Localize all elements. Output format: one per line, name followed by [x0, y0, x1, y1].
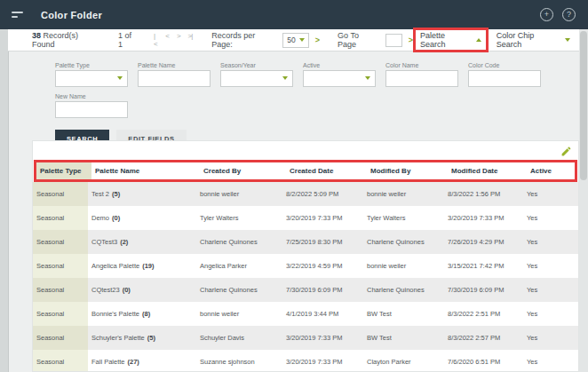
palette-search-label: Palette Search: [420, 31, 472, 49]
table-cell: Suzanne sjohnson: [196, 350, 282, 372]
vertical-scrollbar[interactable]: [579, 29, 588, 372]
table-cell: Fall Palette(27): [88, 350, 196, 372]
table-cell: Yes: [523, 326, 578, 350]
field-label-active: Active: [303, 62, 376, 68]
table-cell: Seasonal: [33, 278, 88, 302]
palette-name[interactable]: CQTest3: [91, 238, 117, 246]
table-cell: bonnie weiler: [363, 254, 444, 278]
chevron-down-icon: [365, 76, 370, 80]
field-color-name: Color Name: [385, 62, 458, 87]
record-count: 38 Record(s) Found: [32, 31, 102, 49]
header-actions: + ?: [540, 8, 576, 21]
table-cell: Yes: [523, 230, 578, 254]
palette-name[interactable]: Fall Palette: [91, 358, 125, 366]
help-icon[interactable]: ?: [562, 8, 576, 21]
input-color-code[interactable]: [468, 70, 541, 87]
scrollbar-thumb[interactable]: [580, 31, 587, 180]
field-palette-type: Palette Type: [55, 62, 128, 87]
palette-color-count: (0): [123, 286, 131, 294]
palette-name[interactable]: Bonnie's Palette: [91, 310, 139, 318]
last-page-icon[interactable]: >|: [188, 32, 193, 48]
edit-pencil-icon[interactable]: [560, 145, 572, 156]
field-label-season-year: Season/Year: [220, 62, 293, 68]
table-cell: 4/1/2019 3:44 PM: [282, 302, 363, 326]
records-per-page-select[interactable]: 50: [282, 33, 308, 48]
input-color-name[interactable]: [385, 70, 458, 87]
chevron-down-icon: [282, 76, 288, 80]
table-cell: Charlene Quinones: [196, 230, 282, 254]
menu-icon[interactable]: [12, 12, 23, 18]
prev-page-icon[interactable]: <: [165, 32, 169, 48]
table-cell: BW Test: [363, 326, 444, 350]
palette-name[interactable]: Schuyler's Palette: [91, 334, 145, 342]
table-cell: 3/20/2019 7:33 PM: [444, 206, 523, 230]
color-chip-search-toggle[interactable]: Color Chip Search: [497, 31, 570, 49]
field-label-new-name: New Name: [55, 93, 128, 99]
table-cell: 8/3/2022 2:57 PM: [444, 326, 523, 350]
palette-name[interactable]: Test 2: [91, 190, 109, 198]
column-header-modified-by[interactable]: Modified By: [367, 162, 448, 179]
palette-color-count: (19): [142, 262, 154, 270]
table-cell: bonnie weiler: [196, 302, 282, 326]
table-cell: 7/30/2019 6:09 PM: [282, 278, 363, 302]
pager: |< < > >|: [154, 32, 192, 48]
input-new-name[interactable]: [55, 101, 128, 118]
field-label-palette-type: Palette Type: [55, 62, 128, 68]
table-row[interactable]: SeasonalAngelica Palette(19)Angelica Par…: [33, 254, 578, 278]
table-row[interactable]: SeasonalCQtest23(0)Charlene Quinones7/30…: [33, 278, 578, 302]
table-row[interactable]: SeasonalSchuyler's Palette(5)Schuyler Da…: [33, 326, 578, 350]
palette-color-count: (5): [147, 334, 155, 342]
column-header-active[interactable]: Active: [527, 162, 575, 179]
first-page-icon[interactable]: |<: [154, 32, 157, 48]
table-cell: Yes: [523, 182, 578, 206]
dropdown-active[interactable]: [303, 70, 376, 87]
table-row[interactable]: SeasonalBonnie's Palette(8)bonnie weiler…: [33, 302, 578, 326]
table-row[interactable]: SeasonalDemo(0)Tyler Walters3/20/2019 7:…: [33, 206, 578, 230]
palette-name[interactable]: CQtest23: [91, 286, 120, 294]
table-cell: Yes: [523, 350, 578, 372]
table-cell: Seasonal: [33, 230, 88, 254]
chevron-down-icon: [299, 38, 305, 42]
table-cell: Clayton Parker: [363, 350, 444, 372]
column-header-created-date[interactable]: Created Date: [286, 162, 367, 179]
column-header-created-by[interactable]: Created By: [200, 162, 286, 179]
apply-records-per-page-icon[interactable]: >: [315, 36, 320, 44]
page-status: 1 of 1: [118, 31, 138, 49]
palette-search-toggle[interactable]: Palette Search: [413, 28, 489, 52]
dropdown-palette-type[interactable]: [55, 70, 128, 87]
palette-color-count: (2): [120, 238, 128, 246]
field-new-name: New Name: [55, 93, 128, 118]
records-per-page-label: Records per Page:: [211, 31, 277, 49]
table-cell: Yes: [523, 278, 578, 302]
table-cell: CQTest3(2): [88, 230, 196, 254]
table-cell: Bonnie's Palette(8): [88, 302, 196, 326]
palette-name[interactable]: Angelica Palette: [91, 262, 139, 270]
palette-search-panel: Palette TypePalette NameSeason/YearActiv…: [8, 51, 579, 148]
next-page-icon[interactable]: >: [177, 32, 180, 48]
table-cell: Tyler Walters: [363, 206, 444, 230]
table-row[interactable]: SeasonalCQTest3(2)Charlene Quinones7/25/…: [33, 230, 578, 254]
column-header-palette-name[interactable]: Palette Name: [91, 162, 200, 179]
table-cell: Seasonal: [33, 302, 88, 326]
palette-color-count: (5): [112, 190, 120, 198]
table-row[interactable]: SeasonalFall Palette(27)Suzanne sjohnson…: [33, 350, 578, 372]
input-palette-name[interactable]: [138, 70, 211, 87]
palette-name[interactable]: Demo: [91, 214, 109, 222]
table-cell: CQtest23(0): [88, 278, 196, 302]
table-cell: Charlene Quinones: [363, 278, 444, 302]
table-header-highlight: Palette TypePalette NameCreated ByCreate…: [34, 160, 577, 182]
dropdown-season-year[interactable]: [220, 70, 293, 87]
table-row[interactable]: SeasonalTest 2(5)bonnie weiler8/2/2022 5…: [33, 182, 578, 206]
column-header-modified-date[interactable]: Modified Date: [448, 162, 527, 179]
table-cell: 8/2/2022 5:09 PM: [282, 182, 363, 206]
add-icon[interactable]: +: [540, 8, 553, 21]
table-header-row: Palette TypePalette NameCreated ByCreate…: [36, 162, 575, 179]
table-cell: Seasonal: [33, 350, 88, 372]
table-cell: Seasonal: [33, 182, 88, 206]
chevron-down-icon: [117, 76, 123, 80]
go-to-page-input[interactable]: [385, 34, 402, 47]
column-header-palette-type[interactable]: Palette Type: [36, 162, 91, 179]
field-palette-name: Palette Name: [138, 62, 211, 87]
chevron-down-icon: [565, 38, 570, 42]
search-mode-toggles: Palette Search Color Chip Search: [413, 28, 570, 52]
